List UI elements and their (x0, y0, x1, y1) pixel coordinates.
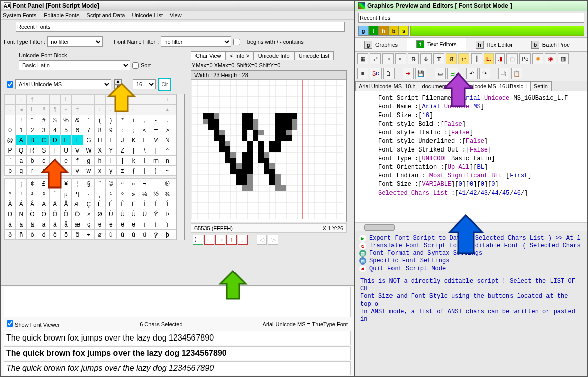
char-cell[interactable]: è (94, 219, 105, 230)
menu-editable-fonts[interactable]: Editable Fonts (44, 12, 79, 18)
char-cell[interactable]: L (60, 95, 71, 105)
char-cell[interactable]: † (72, 105, 83, 115)
char-cell[interactable]: ¨ (94, 179, 105, 189)
char-cell[interactable]: g (83, 156, 94, 166)
char-cell[interactable]: n (162, 156, 173, 166)
char-cell[interactable]: · (5, 95, 16, 105)
editor-tab-text-editors[interactable]: tText Editors (407, 38, 466, 51)
char-cell[interactable] (94, 95, 105, 105)
char-cell[interactable]: ã (38, 219, 49, 230)
menu-system-fonts[interactable]: System Fonts (3, 12, 36, 18)
tb-save-icon[interactable]: 💾 (415, 68, 426, 79)
char-cell[interactable]: å (60, 219, 71, 230)
unicode-block-select[interactable]: Basic Latin (19, 60, 130, 70)
tb-po-icon[interactable]: Po (519, 53, 531, 64)
tab-unicode-list[interactable]: Unicode List (294, 51, 334, 60)
char-cell[interactable]: º (116, 189, 128, 199)
char-cell[interactable]: { (128, 166, 139, 176)
char-cell[interactable]: m (150, 156, 162, 166)
char-cell[interactable]: æ (72, 219, 83, 230)
font-enable-checkbox[interactable] (7, 81, 13, 88)
char-cell[interactable]: Ô (49, 209, 60, 219)
char-cell[interactable]: } (150, 166, 162, 176)
char-cell[interactable]: b (27, 156, 38, 166)
char-cell[interactable]: ê (116, 219, 128, 230)
tb-bars-icon[interactable]: ▥ (558, 53, 569, 64)
nav-expand-button[interactable]: ⛶ (193, 235, 203, 245)
char-cell[interactable]: 9 (105, 125, 116, 135)
char-cell[interactable]: Ó (38, 209, 49, 219)
editor-tab-hex-editor[interactable]: hHex Editor (466, 39, 522, 51)
char-cell[interactable]: Â (27, 199, 38, 209)
editor-tab-graphics[interactable]: gGraphics (355, 39, 407, 51)
char-cell[interactable]: # (38, 115, 49, 125)
char-cell[interactable]: E (60, 135, 71, 145)
char-cell[interactable]: Ã (38, 199, 49, 209)
tb-grid-icon[interactable]: ▦ (357, 53, 368, 64)
char-cell[interactable]: x (94, 166, 105, 176)
tb-arrows-in-icon[interactable]: ⇥ (382, 53, 394, 64)
char-cell[interactable] (5, 115, 16, 125)
char-cell[interactable]: 0 (5, 125, 16, 135)
char-cell[interactable]: Æ (72, 199, 83, 209)
char-cell[interactable]: ä (49, 219, 60, 230)
char-cell[interactable]: Ù (105, 209, 116, 219)
char-cell[interactable]: « (128, 179, 139, 189)
char-cell[interactable]: w (83, 166, 94, 176)
char-cell[interactable]: Ö (72, 209, 83, 219)
tb-mark-icon[interactable]: ◉ (545, 53, 556, 64)
char-cell[interactable]: . (162, 115, 173, 125)
menu-unicode-list[interactable]: Unicode List (132, 12, 163, 18)
action-item[interactable]: ✖Quit Font Script Mode (359, 265, 583, 272)
char-cell[interactable]: < (139, 125, 150, 135)
char-cell[interactable]: ë (128, 219, 139, 230)
char-cell[interactable]: ▲ (162, 105, 173, 115)
char-cell[interactable]: & (72, 115, 83, 125)
nav-next-button[interactable]: ▷ (268, 235, 278, 245)
char-cell[interactable]: À (5, 199, 16, 209)
char-cell[interactable] (150, 95, 162, 105)
char-cell[interactable]: ¢ (27, 179, 38, 189)
char-cell[interactable] (72, 95, 83, 105)
char-cell[interactable]: ¦ (72, 179, 83, 189)
char-cell[interactable]: Y (105, 145, 116, 156)
tb-arrows-dd-icon[interactable]: ⇊ (420, 53, 432, 64)
char-cell[interactable]: p (5, 166, 16, 176)
char-cell[interactable]: , (139, 115, 150, 125)
char-cell[interactable]: Ý (150, 209, 162, 219)
tb-marker-icon[interactable]: .▮ (495, 53, 505, 64)
tb-disabled-icon[interactable]: ▢ (506, 53, 518, 64)
char-cell[interactable]: ¬ (139, 179, 150, 189)
char-cell[interactable]: ¡ (16, 179, 27, 189)
char-cell[interactable]: ñ (16, 230, 27, 240)
char-cell[interactable]: † (27, 95, 38, 105)
char-cell[interactable]: ô (49, 230, 60, 240)
char-grid-scrollbar[interactable] (176, 94, 184, 240)
char-cell[interactable]: N (162, 135, 173, 145)
char-cell[interactable]: × (83, 209, 94, 219)
mode-button-g[interactable]: g (358, 26, 368, 36)
char-cell[interactable]: l (139, 156, 150, 166)
char-cell[interactable]: ì (139, 219, 150, 230)
tab-info[interactable]: < Info > (226, 51, 254, 60)
char-cell[interactable]: Á (16, 199, 27, 209)
char-cell[interactable]: ú (116, 230, 128, 240)
char-cell[interactable]: ¹ (105, 189, 116, 199)
char-cell[interactable]: " (27, 115, 38, 125)
char-cell[interactable]: ü (139, 230, 150, 240)
char-cell[interactable]: ÷ (83, 230, 94, 240)
menu-script-data[interactable]: Script and Data (87, 12, 125, 18)
clr-button[interactable]: Clr (158, 78, 171, 91)
char-cell[interactable]: Ü (139, 209, 150, 219)
char-cell[interactable]: ~ (162, 166, 173, 176)
char-cell[interactable]: Í (150, 199, 162, 209)
char-cell[interactable]: û (128, 230, 139, 240)
char-cell[interactable]: a (16, 156, 27, 166)
show-font-viewer-checkbox[interactable] (7, 320, 13, 327)
font-name-filter-select[interactable]: no filter (161, 36, 231, 47)
tab-char-view[interactable]: Char View (191, 51, 226, 60)
char-cell[interactable]: H (94, 135, 105, 145)
char-cell[interactable]: J (116, 135, 128, 145)
tb-arrows-lr-icon[interactable]: ⇄ (370, 53, 381, 64)
char-cell[interactable]: z (116, 166, 128, 176)
